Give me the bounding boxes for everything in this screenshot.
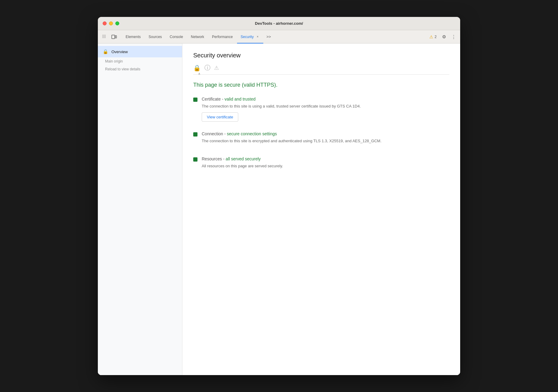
connection-content: Connection - secure connection settings …: [202, 131, 449, 147]
svg-rect-4: [105, 35, 106, 36]
svg-rect-8: [105, 37, 106, 38]
connection-description: The connection to this site is encrypted…: [202, 138, 449, 144]
warning-badge[interactable]: ⚠ 2: [428, 34, 438, 40]
sidebar-item-main-origin[interactable]: Main origin: [98, 57, 182, 65]
svg-rect-5: [105, 36, 106, 37]
svg-rect-2: [102, 36, 103, 37]
svg-rect-6: [102, 37, 103, 38]
traffic-lights: [103, 21, 119, 25]
secure-headline: This page is secure (valid HTTPS).: [193, 82, 449, 88]
svg-rect-10: [115, 36, 117, 38]
connection-prefix: Connection -: [202, 131, 227, 136]
certificate-section: Certificate - valid and trusted The conn…: [193, 97, 449, 122]
svg-rect-9: [112, 35, 115, 39]
devtools-toolbar: [100, 33, 118, 41]
svg-rect-3: [104, 36, 104, 37]
maximize-button[interactable]: [115, 21, 119, 25]
tab-bar: Elements Sources Console Network Perform…: [98, 30, 460, 43]
sidebar-item-overview[interactable]: 🔒 Overview: [98, 46, 182, 57]
close-button[interactable]: [103, 21, 107, 25]
tab-elements[interactable]: Elements: [122, 30, 144, 43]
security-icons-row: 🔒 ⓘ ⚠: [193, 64, 449, 72]
secure-lock-icon[interactable]: 🔒: [193, 64, 201, 72]
cursor-tool-icon[interactable]: [100, 33, 109, 41]
devtools-window: DevTools - airhorner.com/: [98, 17, 460, 375]
certificate-prefix: Certificate -: [202, 97, 224, 101]
warning-count: 2: [435, 35, 437, 39]
certificate-content: Certificate - valid and trusted The conn…: [202, 97, 449, 122]
main-content: 🔒 Overview Main origin Reload to view de…: [98, 43, 460, 375]
resources-prefix: Resources -: [202, 156, 226, 161]
sidebar-overview-label: Overview: [111, 50, 128, 54]
tab-more-button[interactable]: >>: [264, 30, 273, 43]
page-title: Security overview: [193, 52, 449, 59]
tab-bar-right: ⚠ 2 ⚙ ⋮: [428, 33, 458, 41]
resources-description: All resources on this page are served se…: [202, 163, 449, 169]
settings-icon[interactable]: ⚙: [440, 33, 448, 41]
svg-rect-7: [104, 37, 104, 38]
connection-section: Connection - secure connection settings …: [193, 131, 449, 147]
tab-network[interactable]: Network: [187, 30, 208, 43]
lock-icon: 🔒: [103, 49, 108, 54]
svg-rect-1: [104, 35, 104, 36]
resources-section: Resources - all served securely All reso…: [193, 156, 449, 172]
window-title: DevTools - airhorner.com/: [255, 21, 303, 26]
resources-status: all served securely: [226, 156, 261, 161]
warning-icon: ⚠: [429, 34, 433, 39]
sidebar-item-reload[interactable]: Reload to view details: [98, 65, 182, 73]
tabs-container: Elements Sources Console Network Perform…: [122, 30, 428, 43]
connection-status-indicator: [193, 132, 197, 137]
certificate-label: Certificate - valid and trusted: [202, 97, 449, 101]
minimize-button[interactable]: [109, 21, 113, 25]
tab-sources[interactable]: Sources: [145, 30, 165, 43]
resources-content: Resources - all served securely All reso…: [202, 156, 449, 172]
view-certificate-button[interactable]: View certificate: [202, 112, 238, 122]
tab-security[interactable]: Security ×: [237, 30, 263, 43]
sidebar-main-origin-label: Main origin: [105, 59, 123, 63]
info-icon[interactable]: ⓘ: [204, 64, 210, 72]
svg-rect-0: [102, 35, 103, 36]
certificate-status-indicator: [193, 98, 197, 102]
sidebar-reload-label: Reload to view details: [105, 67, 140, 71]
divider-arrow-icon: ▲: [197, 71, 201, 76]
certificate-description: The connection to this site is using a v…: [202, 103, 449, 109]
titlebar: DevTools - airhorner.com/: [98, 17, 460, 30]
warning-filter-icon[interactable]: ⚠: [214, 65, 219, 71]
certificate-status: valid and trusted: [224, 97, 255, 101]
resources-status-indicator: [193, 157, 197, 162]
tab-performance[interactable]: Performance: [208, 30, 236, 43]
connection-label: Connection - secure connection settings: [202, 131, 449, 136]
section-divider: [193, 74, 449, 75]
sidebar: 🔒 Overview Main origin Reload to view de…: [98, 43, 182, 375]
connection-status: secure connection settings: [227, 131, 277, 136]
devtools-container: Elements Sources Console Network Perform…: [98, 30, 460, 375]
tab-console[interactable]: Console: [166, 30, 187, 43]
content-area: Security overview 🔒 ⓘ ⚠ ▲ This page is s…: [182, 43, 460, 375]
more-icon[interactable]: ⋮: [449, 33, 458, 41]
resources-label: Resources - all served securely: [202, 156, 449, 161]
device-tool-icon[interactable]: [110, 33, 118, 41]
tab-security-close[interactable]: ×: [255, 35, 260, 39]
